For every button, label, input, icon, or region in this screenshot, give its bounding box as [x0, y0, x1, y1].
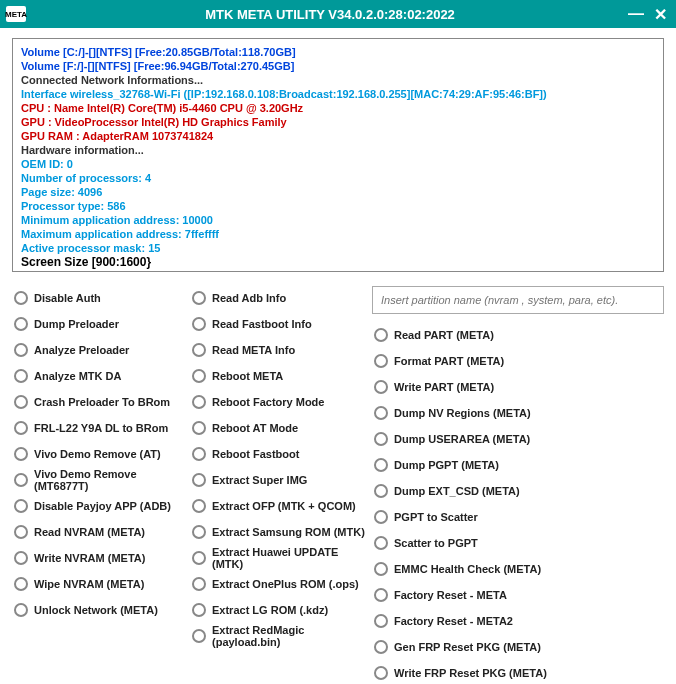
col3-option-7[interactable]: PGPT to Scatter: [372, 505, 664, 528]
option-label: Crash Preloader To BRom: [34, 396, 170, 408]
option-label: Disable Payjoy APP (ADB): [34, 500, 171, 512]
option-label: Unlock Network (META): [34, 604, 158, 616]
window-title: MTK META UTILITY V34.0.2.0:28:02:2022: [34, 7, 626, 22]
col3-option-5[interactable]: Dump PGPT (META): [372, 453, 664, 476]
options-column-2: Read Adb InfoRead Fastboot InfoRead META…: [190, 286, 368, 684]
col1-option-10[interactable]: Write NVRAM (META): [12, 546, 186, 569]
col2-option-12[interactable]: Extract LG ROM (.kdz): [190, 598, 368, 621]
radio-icon: [192, 473, 206, 487]
col1-option-12[interactable]: Unlock Network (META): [12, 598, 186, 621]
col2-option-5[interactable]: Reboot AT Mode: [190, 416, 368, 439]
option-label: Factory Reset - META2: [394, 615, 513, 627]
radio-icon: [192, 577, 206, 591]
col1-option-6[interactable]: Vivo Demo Remove (AT): [12, 442, 186, 465]
col1-option-1[interactable]: Dump Preloader: [12, 312, 186, 335]
col1-option-5[interactable]: FRL-L22 Y9A DL to BRom: [12, 416, 186, 439]
option-label: Extract Huawei UPDATE (MTK): [212, 546, 368, 570]
radio-icon: [374, 380, 388, 394]
radio-icon: [14, 343, 28, 357]
option-label: Disable Auth: [34, 292, 101, 304]
col2-option-4[interactable]: Reboot Factory Mode: [190, 390, 368, 413]
col2-option-8[interactable]: Extract OFP (MTK + QCOM): [190, 494, 368, 517]
col2-option-9[interactable]: Extract Samsung ROM (MTK): [190, 520, 368, 543]
log-line: Maximum application address: 7ffeffff: [21, 227, 655, 241]
radio-icon: [374, 406, 388, 420]
col2-option-0[interactable]: Read Adb Info: [190, 286, 368, 309]
col1-option-7[interactable]: Vivo Demo Remove (MT6877T): [12, 468, 186, 491]
radio-icon: [192, 317, 206, 331]
col1-option-9[interactable]: Read NVRAM (META): [12, 520, 186, 543]
radio-icon: [192, 395, 206, 409]
option-label: Dump NV Regions (META): [394, 407, 531, 419]
col2-option-6[interactable]: Reboot Fastboot: [190, 442, 368, 465]
log-line: Screen Size [900:1600}: [21, 255, 655, 269]
radio-icon: [374, 588, 388, 602]
option-label: Factory Reset - META: [394, 589, 507, 601]
option-label: Dump EXT_CSD (META): [394, 485, 520, 497]
col1-option-0[interactable]: Disable Auth: [12, 286, 186, 309]
radio-icon: [192, 603, 206, 617]
log-line: GPU : VideoProcessor Intel(R) HD Graphic…: [21, 115, 655, 129]
option-label: Reboot AT Mode: [212, 422, 298, 434]
col3-option-11[interactable]: Factory Reset - META2: [372, 609, 664, 632]
col1-option-8[interactable]: Disable Payjoy APP (ADB): [12, 494, 186, 517]
option-label: Extract OFP (MTK + QCOM): [212, 500, 356, 512]
col3-option-0[interactable]: Read PART (META): [372, 323, 664, 346]
log-line: OEM ID: 0: [21, 157, 655, 171]
radio-icon: [374, 640, 388, 654]
partition-name-input[interactable]: [372, 286, 664, 314]
col3-option-3[interactable]: Dump NV Regions (META): [372, 401, 664, 424]
col1-option-4[interactable]: Crash Preloader To BRom: [12, 390, 186, 413]
radio-icon: [14, 447, 28, 461]
option-label: Format PART (META): [394, 355, 504, 367]
log-line: Processor type: 586: [21, 199, 655, 213]
radio-icon: [14, 291, 28, 305]
col3-option-6[interactable]: Dump EXT_CSD (META): [372, 479, 664, 502]
col2-option-7[interactable]: Extract Super IMG: [190, 468, 368, 491]
radio-icon: [14, 421, 28, 435]
col2-option-11[interactable]: Extract OnePlus ROM (.ops): [190, 572, 368, 595]
radio-icon: [192, 291, 206, 305]
radio-icon: [192, 343, 206, 357]
options-column-1: Disable AuthDump PreloaderAnalyze Preloa…: [12, 286, 186, 684]
col3-option-1[interactable]: Format PART (META): [372, 349, 664, 372]
radio-icon: [374, 510, 388, 524]
radio-icon: [374, 328, 388, 342]
close-button[interactable]: ✕: [650, 5, 670, 23]
col2-option-10[interactable]: Extract Huawei UPDATE (MTK): [190, 546, 368, 569]
option-label: Write FRP Reset PKG (META): [394, 667, 547, 679]
col3-option-4[interactable]: Dump USERAREA (META): [372, 427, 664, 450]
col3-option-13[interactable]: Write FRP Reset PKG (META): [372, 661, 664, 684]
col3-option-9[interactable]: EMMC Health Check (META): [372, 557, 664, 580]
col1-option-3[interactable]: Analyze MTK DA: [12, 364, 186, 387]
col2-option-13[interactable]: Extract RedMagic (payload.bin): [190, 624, 368, 647]
col1-option-11[interactable]: Wipe NVRAM (META): [12, 572, 186, 595]
option-label: Extract Samsung ROM (MTK): [212, 526, 365, 538]
col3-option-10[interactable]: Factory Reset - META: [372, 583, 664, 606]
log-line: CPU : Name Intel(R) Core(TM) i5-4460 CPU…: [21, 101, 655, 115]
radio-icon: [192, 369, 206, 383]
log-line: GPU RAM : AdapterRAM 1073741824: [21, 129, 655, 143]
radio-icon: [14, 499, 28, 513]
col2-option-1[interactable]: Read Fastboot Info: [190, 312, 368, 335]
radio-icon: [14, 395, 28, 409]
minimize-button[interactable]: —: [626, 5, 646, 23]
col1-option-2[interactable]: Analyze Preloader: [12, 338, 186, 361]
option-label: EMMC Health Check (META): [394, 563, 541, 575]
option-label: Read Fastboot Info: [212, 318, 312, 330]
option-label: Reboot META: [212, 370, 283, 382]
col3-option-8[interactable]: Scatter to PGPT: [372, 531, 664, 554]
radio-icon: [14, 577, 28, 591]
option-label: Reboot Factory Mode: [212, 396, 324, 408]
options-column-3: Read PART (META)Format PART (META)Write …: [372, 286, 664, 684]
log-panel[interactable]: Volume [C:/]-[][NTFS] [Free:20.85GB/Tota…: [12, 38, 664, 272]
option-label: Dump USERAREA (META): [394, 433, 530, 445]
radio-icon: [374, 484, 388, 498]
col2-option-2[interactable]: Read META Info: [190, 338, 368, 361]
radio-icon: [14, 603, 28, 617]
col3-option-2[interactable]: Write PART (META): [372, 375, 664, 398]
col2-option-3[interactable]: Reboot META: [190, 364, 368, 387]
option-label: Read PART (META): [394, 329, 494, 341]
col3-option-12[interactable]: Gen FRP Reset PKG (META): [372, 635, 664, 658]
radio-icon: [374, 666, 388, 680]
